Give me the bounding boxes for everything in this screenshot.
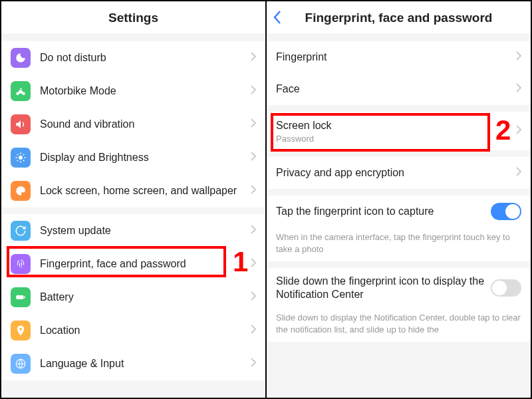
- chevron-right-icon: [251, 152, 256, 164]
- motorbike-icon: [11, 81, 31, 101]
- toggle-tap-fingerprint[interactable]: [491, 203, 521, 220]
- helper-text: When in the camera interface, tap the fi…: [267, 227, 531, 261]
- settings-row-language[interactable]: Language & Input: [1, 347, 265, 380]
- row-label: Lock screen, home screen, and wallpaper: [40, 184, 247, 198]
- settings-row-display[interactable]: Display and Brightness: [1, 141, 265, 174]
- back-button[interactable]: [273, 11, 281, 27]
- detail-header: Fingerprint, face and password: [267, 1, 531, 35]
- chevron-right-icon: [251, 52, 256, 64]
- row-label: System update: [40, 224, 247, 237]
- settings-row-motorbike[interactable]: Motorbike Mode: [1, 74, 265, 108]
- row-face[interactable]: Face: [267, 73, 531, 105]
- row-tap-fingerprint[interactable]: Tap the fingerprint icon to capture: [267, 196, 531, 227]
- chevron-right-icon: [516, 83, 521, 95]
- row-screen-lock[interactable]: Screen lock Password: [267, 112, 531, 150]
- chevron-right-icon: [251, 225, 256, 237]
- chevron-right-icon: [251, 85, 256, 97]
- row-label: Do not disturb: [40, 51, 247, 65]
- row-privacy[interactable]: Privacy and app encryption: [267, 157, 531, 189]
- svg-rect-7: [24, 297, 25, 299]
- svg-point-8: [19, 328, 22, 331]
- chevron-right-icon: [516, 51, 521, 63]
- settings-row-battery[interactable]: Battery: [1, 281, 265, 314]
- svg-point-3: [17, 189, 19, 190]
- battery-icon: [11, 287, 31, 307]
- row-fingerprint[interactable]: Fingerprint: [267, 41, 531, 73]
- row-value: Password: [276, 134, 512, 144]
- svg-rect-6: [16, 295, 23, 299]
- palette-icon: [11, 181, 31, 201]
- toggle-slide-fingerprint[interactable]: [491, 279, 521, 297]
- svg-point-4: [20, 188, 21, 189]
- row-label: Tap the fingerprint icon to capture: [276, 205, 491, 218]
- row-label: Display and Brightness: [40, 151, 247, 164]
- settings-header: Settings: [1, 1, 265, 35]
- chevron-right-icon: [251, 185, 256, 197]
- chevron-right-icon: [251, 291, 256, 303]
- chevron-right-icon: [251, 358, 256, 370]
- step-marker-1: 1: [233, 246, 248, 278]
- settings-row-sound[interactable]: Sound and vibration: [1, 108, 265, 141]
- pin-icon: [11, 321, 31, 340]
- moon-icon: [11, 48, 31, 68]
- settings-title: Settings: [108, 11, 158, 25]
- globe-icon: [11, 354, 31, 374]
- chevron-right-icon: [251, 325, 256, 336]
- row-label: Location: [40, 324, 247, 337]
- settings-row-update[interactable]: System update: [1, 214, 265, 247]
- sun-icon: [11, 148, 31, 168]
- chevron-right-icon: [516, 125, 521, 137]
- row-label: Privacy and app encryption: [276, 166, 512, 180]
- settings-row-location[interactable]: Location: [1, 314, 265, 347]
- row-label: Fingerprint, face and password: [40, 257, 247, 271]
- svg-point-2: [19, 156, 23, 160]
- row-label: Fingerprint: [276, 51, 512, 64]
- row-label: Motorbike Mode: [40, 84, 247, 98]
- chevron-right-icon: [251, 258, 256, 270]
- step-marker-2: 2: [495, 114, 511, 146]
- fingerprint-icon: [11, 254, 31, 274]
- row-label: Battery: [40, 291, 247, 304]
- row-slide-fingerprint[interactable]: Slide down the fingerprint icon to displ…: [267, 268, 531, 308]
- settings-row-fingerprint[interactable]: Fingerprint, face and password: [1, 247, 265, 281]
- detail-title: Fingerprint, face and password: [305, 11, 493, 25]
- row-label: Slide down the fingerprint icon to displ…: [276, 275, 491, 301]
- chevron-right-icon: [516, 167, 521, 179]
- settings-row-dnd[interactable]: Do not disturb: [1, 41, 265, 74]
- chevron-right-icon: [251, 118, 256, 130]
- speaker-icon: [11, 114, 31, 134]
- row-label: Face: [276, 82, 512, 96]
- row-label: Screen lock: [276, 119, 512, 132]
- update-icon: [11, 221, 31, 241]
- svg-point-5: [23, 189, 24, 190]
- row-label: Sound and vibration: [40, 118, 247, 131]
- settings-row-wallpaper[interactable]: Lock screen, home screen, and wallpaper: [1, 174, 265, 207]
- row-label: Language & Input: [40, 357, 247, 370]
- helper-text: Slide down to display the Notification C…: [267, 308, 531, 342]
